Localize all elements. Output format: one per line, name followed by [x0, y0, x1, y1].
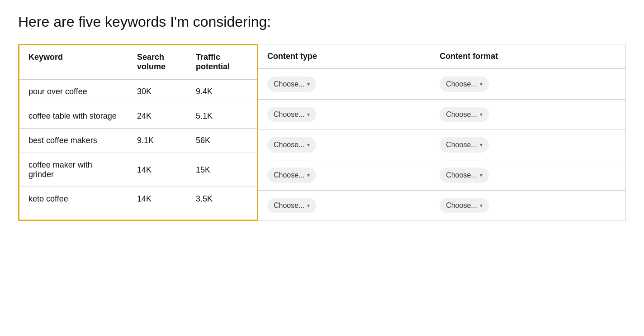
chevron-down-icon: ▾	[480, 202, 483, 209]
choose-label: Choose...	[446, 202, 477, 210]
chevron-down-icon: ▾	[307, 142, 310, 148]
table-container: Keyword Search volume Traffic potential …	[18, 44, 626, 221]
col-header-volume: Search volume	[128, 45, 187, 79]
left-table: Keyword Search volume Traffic potential …	[19, 45, 257, 211]
cell-traffic: 9.4K	[187, 79, 257, 104]
table-row: coffee maker with grinder 14K 15K	[19, 153, 257, 187]
choose-label: Choose...	[446, 141, 477, 149]
choose-content-format-button[interactable]: Choose... ▾	[440, 77, 488, 92]
choose-label: Choose...	[274, 202, 304, 210]
right-table-wrapper: Content type Content format Choose... ▾ …	[258, 44, 626, 221]
col-header-content-type: Content type	[258, 44, 431, 69]
choose-content-format-button[interactable]: Choose... ▾	[440, 107, 488, 122]
cell-traffic: 56K	[187, 129, 257, 153]
choose-label: Choose...	[274, 171, 304, 179]
table-row: best coffee makers 9.1K 56K	[19, 129, 257, 153]
choose-content-type-button[interactable]: Choose... ▾	[267, 198, 316, 213]
cell-keyword: pour over coffee	[19, 79, 128, 104]
page-heading: Here are five keywords I'm considering:	[18, 14, 626, 30]
cell-traffic: 15K	[187, 153, 257, 187]
right-header-row: Content type Content format	[258, 44, 625, 69]
cell-volume: 14K	[128, 153, 187, 187]
table-row: coffee table with storage 24K 5.1K	[19, 104, 257, 129]
cell-content-type: Choose... ▾	[258, 191, 431, 221]
chevron-down-icon: ▾	[307, 111, 310, 118]
cell-keyword: keto coffee	[19, 187, 128, 211]
cell-content-format: Choose... ▾	[431, 160, 625, 191]
table-row: Choose... ▾ Choose... ▾	[258, 100, 625, 130]
cell-content-format: Choose... ▾	[431, 130, 625, 160]
chevron-down-icon: ▾	[480, 81, 483, 87]
chevron-down-icon: ▾	[480, 111, 483, 118]
choose-content-type-button[interactable]: Choose... ▾	[267, 107, 316, 122]
chevron-down-icon: ▾	[307, 172, 310, 178]
col-header-content-format: Content format	[431, 44, 625, 69]
cell-keyword: coffee table with storage	[19, 104, 128, 129]
choose-label: Choose...	[446, 80, 477, 88]
cell-keyword: best coffee makers	[19, 129, 128, 153]
col-header-keyword: Keyword	[19, 45, 128, 79]
chevron-down-icon: ▾	[307, 81, 310, 87]
table-row: Choose... ▾ Choose... ▾	[258, 160, 625, 191]
cell-content-type: Choose... ▾	[258, 130, 431, 160]
choose-label: Choose...	[274, 110, 304, 119]
choose-content-format-button[interactable]: Choose... ▾	[440, 198, 488, 213]
table-row: keto coffee 14K 3.5K	[19, 187, 257, 211]
choose-label: Choose...	[446, 171, 477, 179]
choose-content-type-button[interactable]: Choose... ▾	[267, 77, 316, 92]
left-header-row: Keyword Search volume Traffic potential	[19, 45, 257, 79]
cell-volume: 30K	[128, 79, 187, 104]
choose-content-type-button[interactable]: Choose... ▾	[267, 168, 316, 183]
choose-content-format-button[interactable]: Choose... ▾	[440, 137, 488, 153]
table-row: pour over coffee 30K 9.4K	[19, 79, 257, 104]
cell-traffic: 3.5K	[187, 187, 257, 211]
cell-volume: 24K	[128, 104, 187, 129]
cell-volume: 9.1K	[128, 129, 187, 153]
left-table-wrapper: Keyword Search volume Traffic potential …	[18, 44, 258, 221]
choose-label: Choose...	[274, 80, 304, 88]
chevron-down-icon: ▾	[480, 142, 483, 148]
chevron-down-icon: ▾	[307, 202, 310, 209]
cell-content-format: Choose... ▾	[431, 191, 625, 221]
table-row: Choose... ▾ Choose... ▾	[258, 191, 625, 221]
table-row: Choose... ▾ Choose... ▾	[258, 69, 625, 100]
chevron-down-icon: ▾	[480, 172, 483, 178]
cell-content-type: Choose... ▾	[258, 69, 431, 100]
choose-label: Choose...	[274, 141, 304, 149]
cell-volume: 14K	[128, 187, 187, 211]
table-row: Choose... ▾ Choose... ▾	[258, 130, 625, 160]
cell-content-type: Choose... ▾	[258, 160, 431, 191]
cell-traffic: 5.1K	[187, 104, 257, 129]
cell-keyword: coffee maker with grinder	[19, 153, 128, 187]
right-table: Content type Content format Choose... ▾ …	[258, 44, 625, 221]
choose-content-format-button[interactable]: Choose... ▾	[440, 168, 488, 183]
choose-content-type-button[interactable]: Choose... ▾	[267, 137, 316, 153]
col-header-traffic: Traffic potential	[187, 45, 257, 79]
cell-content-format: Choose... ▾	[431, 100, 625, 130]
cell-content-format: Choose... ▾	[431, 69, 625, 100]
cell-content-type: Choose... ▾	[258, 100, 431, 130]
choose-label: Choose...	[446, 110, 477, 119]
